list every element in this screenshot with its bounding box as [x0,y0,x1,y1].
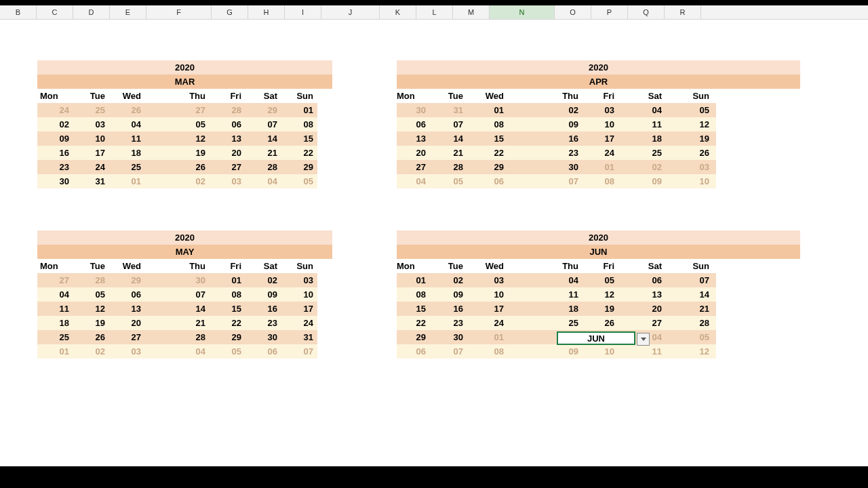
calendar-day-cell[interactable]: 26 [109,103,145,117]
calendar-day-cell[interactable]: 25 [621,146,669,160]
calendar-day-cell[interactable]: 12 [669,344,716,359]
calendar-day-cell[interactable]: 06 [245,344,281,359]
column-header-Q[interactable]: Q [628,5,665,19]
calendar-day-cell[interactable]: 01 [470,103,511,117]
calendar-day-cell[interactable]: 16 [511,131,585,146]
calendar-day-cell[interactable]: 13 [621,287,669,302]
calendar-day-cell[interactable]: 18 [511,302,585,316]
calendar-month[interactable]: JUN [397,245,800,259]
calendar-day-cell[interactable]: 31 [73,174,109,188]
calendar-day-cell[interactable]: 10 [73,131,109,146]
column-header-K[interactable]: K [380,5,416,19]
calendar-day-cell[interactable]: 21 [433,146,470,160]
calendar-day-cell[interactable]: 08 [585,174,621,188]
calendar-month[interactable]: MAY [37,245,332,259]
calendar-day-cell[interactable]: 23 [37,160,73,174]
calendar-day-cell[interactable]: 05 [669,103,716,117]
calendar-day-cell[interactable]: 09 [245,287,281,302]
calendar-day-cell[interactable]: 30 [511,160,585,174]
calendar-day-cell[interactable]: 25 [73,103,109,117]
calendar-day-cell[interactable]: 18 [621,131,669,146]
calendar-day-cell[interactable]: 12 [73,302,109,316]
column-header-B[interactable]: B [0,5,37,19]
calendar-day-cell[interactable]: 15 [210,302,245,316]
calendar-day-cell[interactable]: 04 [245,174,281,188]
calendar-day-cell[interactable]: 27 [37,273,73,287]
calendar-day-cell[interactable]: 05 [281,174,317,188]
column-header-O[interactable]: O [555,5,591,19]
calendar-day-cell[interactable]: 09 [511,344,585,359]
calendar-day-cell[interactable]: 02 [245,273,281,287]
calendar-day-cell[interactable]: 24 [585,146,621,160]
calendar-day-cell[interactable]: 27 [145,103,210,117]
calendar-day-cell[interactable]: 23 [245,316,281,330]
data-validation-dropdown-button[interactable] [637,333,650,346]
calendar-day-cell[interactable]: 14 [433,131,470,146]
calendar-day-cell[interactable]: 03 [669,160,716,174]
calendar-day-cell[interactable]: 10 [669,174,716,188]
calendar-day-cell[interactable]: 17 [585,131,621,146]
calendar-day-cell[interactable]: 07 [281,344,317,359]
calendar-day-cell[interactable]: 17 [73,146,109,160]
column-header-N[interactable]: N [490,5,555,19]
calendar-day-cell[interactable]: 07 [669,273,716,287]
calendar-day-cell[interactable]: 03 [281,273,317,287]
calendar-day-cell[interactable]: 04 [397,174,433,188]
calendar-day-cell[interactable]: 06 [210,117,245,131]
column-header-R[interactable]: R [665,5,701,19]
calendar-day-cell[interactable]: 21 [669,302,716,316]
calendar-day-cell[interactable]: 24 [470,316,511,330]
calendar-day-cell[interactable]: 18 [109,146,145,160]
calendar-day-cell[interactable]: 07 [433,117,470,131]
calendar-day-cell[interactable]: 29 [397,330,433,344]
column-header-L[interactable]: L [416,5,453,19]
calendar-day-cell[interactable]: 30 [397,103,433,117]
calendar-day-cell[interactable]: 19 [145,146,210,160]
calendar-day-cell[interactable]: 15 [281,131,317,146]
calendar-day-cell[interactable]: 24 [73,160,109,174]
calendar-day-cell[interactable]: 30 [245,330,281,344]
calendar-day-cell[interactable]: 12 [145,131,210,146]
calendar-day-cell[interactable]: 15 [470,131,511,146]
calendar-day-cell[interactable]: 10 [585,117,621,131]
calendar-day-cell[interactable]: 04 [511,273,585,287]
calendar-day-cell[interactable]: 05 [145,117,210,131]
calendar-day-cell[interactable]: 26 [669,146,716,160]
calendar-day-cell[interactable]: 11 [621,117,669,131]
calendar-day-cell[interactable]: 05 [585,273,621,287]
calendar-day-cell[interactable]: 28 [433,160,470,174]
calendar-day-cell[interactable]: 23 [433,316,470,330]
calendar-day-cell[interactable]: 16 [433,302,470,316]
calendar-day-cell[interactable]: 02 [73,344,109,359]
calendar-day-cell[interactable]: 02 [621,160,669,174]
calendar-day-cell[interactable]: 04 [37,287,73,302]
calendar-day-cell[interactable]: 17 [470,302,511,316]
calendar-day-cell[interactable]: 19 [669,131,716,146]
calendar-day-cell[interactable]: 05 [210,344,245,359]
calendar-day-cell[interactable]: 01 [37,344,73,359]
calendar-day-cell[interactable]: 03 [210,174,245,188]
calendar-day-cell[interactable]: 21 [245,146,281,160]
calendar-day-cell[interactable]: 31 [281,330,317,344]
calendar-day-cell[interactable]: 08 [210,287,245,302]
calendar-day-cell[interactable]: 28 [669,316,716,330]
calendar-day-cell[interactable]: 09 [511,117,585,131]
calendar-day-cell[interactable]: 14 [669,287,716,302]
calendar-day-cell[interactable]: 06 [397,117,433,131]
column-header-G[interactable]: G [212,5,248,19]
calendar-day-cell[interactable]: 25 [511,316,585,330]
column-header-P[interactable]: P [591,5,628,19]
calendar-day-cell[interactable]: 04 [145,344,210,359]
calendar-day-cell[interactable]: 11 [37,302,73,316]
calendar-day-cell[interactable]: 14 [245,131,281,146]
calendar-day-cell[interactable]: 09 [37,131,73,146]
calendar-day-cell[interactable]: 01 [281,103,317,117]
active-cell[interactable]: JUN [557,331,635,345]
calendar-day-cell[interactable]: 26 [145,160,210,174]
calendar-day-cell[interactable]: 05 [669,330,716,344]
calendar-day-cell[interactable]: 07 [245,117,281,131]
calendar-day-cell[interactable]: 04 [621,103,669,117]
calendar-day-cell[interactable]: 26 [73,330,109,344]
calendar-day-cell[interactable]: 19 [585,302,621,316]
calendar-day-cell[interactable]: 20 [397,146,433,160]
